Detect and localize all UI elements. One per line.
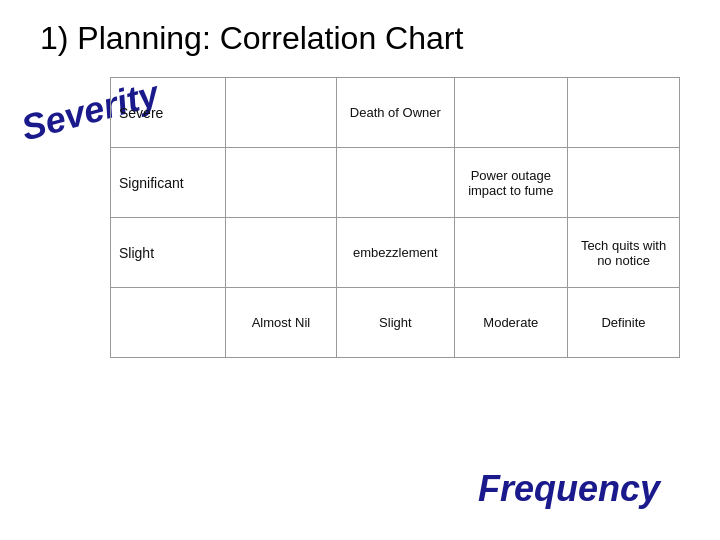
cell-2-0 bbox=[225, 218, 336, 288]
row-header-0: Severe bbox=[111, 78, 226, 148]
row-header-1: Significant bbox=[111, 148, 226, 218]
page-title: 1) Planning: Correlation Chart bbox=[0, 0, 720, 67]
cell-3-1: Slight bbox=[337, 288, 454, 358]
cell-0-2 bbox=[454, 78, 567, 148]
cell-3-0: Almost Nil bbox=[225, 288, 336, 358]
cell-0-1: Death of Owner bbox=[337, 78, 454, 148]
table-row: SlightembezzlementTech quits with no not… bbox=[111, 218, 680, 288]
cell-1-2: Power outage impact to fume bbox=[454, 148, 567, 218]
row-header-2: Slight bbox=[111, 218, 226, 288]
cell-1-3 bbox=[568, 148, 680, 218]
frequency-label: Frequency bbox=[478, 468, 660, 510]
row-header-3 bbox=[111, 288, 226, 358]
cell-1-1 bbox=[337, 148, 454, 218]
correlation-table: SevereDeath of OwnerSignificantPower out… bbox=[110, 77, 680, 358]
cell-3-3: Definite bbox=[568, 288, 680, 358]
table-row: Almost NilSlightModerateDefinite bbox=[111, 288, 680, 358]
correlation-table-container: SevereDeath of OwnerSignificantPower out… bbox=[110, 77, 680, 358]
cell-2-3: Tech quits with no notice bbox=[568, 218, 680, 288]
cell-3-2: Moderate bbox=[454, 288, 567, 358]
cell-2-1: embezzlement bbox=[337, 218, 454, 288]
cell-0-3 bbox=[568, 78, 680, 148]
cell-2-2 bbox=[454, 218, 567, 288]
table-row: SevereDeath of Owner bbox=[111, 78, 680, 148]
table-row: SignificantPower outage impact to fume bbox=[111, 148, 680, 218]
cell-1-0 bbox=[225, 148, 336, 218]
cell-0-0 bbox=[225, 78, 336, 148]
